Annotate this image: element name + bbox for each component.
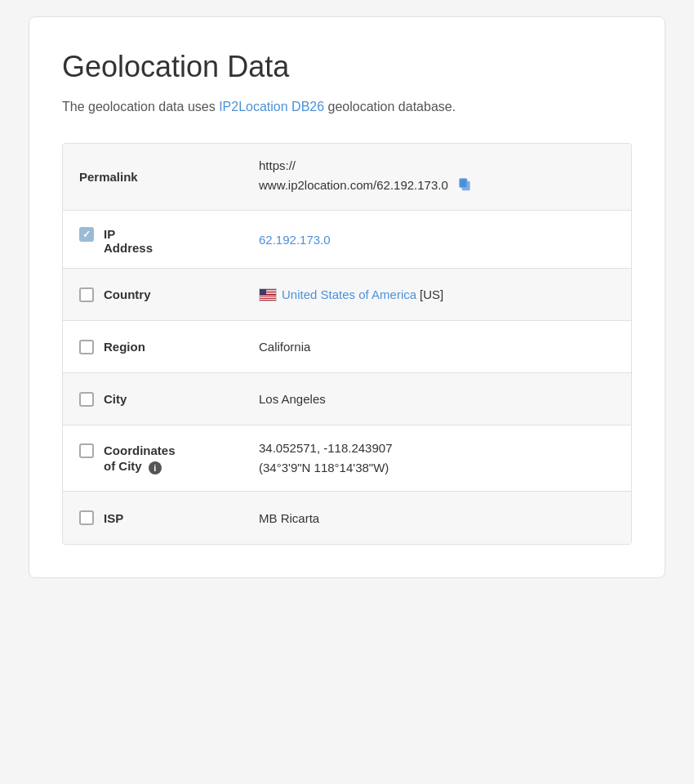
table-row: ISP MB Ricarta — [63, 492, 631, 544]
country-label-cell: Country — [63, 274, 242, 315]
copy-icon[interactable] — [456, 176, 473, 198]
coordinates-label-line2: of City i — [104, 459, 176, 474]
country-value-cell: United States of America [US] — [242, 274, 631, 314]
coords-decimal: 34.052571, -118.243907 — [259, 439, 615, 458]
coords-label-cell: Coordinates of City i — [63, 429, 242, 487]
ip-label-cell: IP Address — [63, 211, 242, 268]
us-flag-icon — [259, 288, 277, 301]
description-prefix: The geolocation data uses — [62, 100, 219, 114]
city-label-cell: City — [63, 379, 242, 420]
table-row: Permalink https:// www.ip2location.com/6… — [63, 144, 631, 211]
permalink-line2: www.ip2location.com/62.192.173.0 — [259, 178, 448, 192]
isp-checkbox[interactable] — [79, 510, 94, 525]
region-value-cell: California — [242, 327, 631, 367]
permalink-label-cell: Permalink — [63, 157, 242, 197]
permalink-value: https:// www.ip2location.com/62.192.173.… — [259, 157, 615, 197]
coords-value-cell: 34.052571, -118.243907 (34°3'9"N 118°14'… — [242, 425, 631, 491]
permalink-line1: https:// — [259, 158, 296, 172]
ip-label-line1: IP — [104, 227, 153, 241]
region-checkbox[interactable] — [79, 340, 94, 354]
svg-rect-3 — [460, 179, 466, 187]
ip-label-line2: Address — [104, 241, 153, 255]
isp-value-cell: MB Ricarta — [242, 498, 631, 538]
region-label-cell: Region — [63, 327, 242, 368]
ip-address-checkbox[interactable] — [79, 227, 94, 242]
city-checkbox[interactable] — [79, 392, 94, 407]
country-code: [US] — [420, 287, 443, 301]
table-row: Region California — [63, 321, 631, 373]
geolocation-table: Permalink https:// www.ip2location.com/6… — [62, 143, 632, 545]
city-label: City — [104, 392, 127, 406]
coordinates-label-line1: Coordinates — [104, 443, 176, 457]
isp-label: ISP — [104, 511, 123, 525]
ip-value-cell: 62.192.173.0 — [242, 220, 631, 260]
coordinates-label-block: Coordinates of City i — [104, 443, 176, 474]
isp-value: MB Ricarta — [259, 511, 319, 525]
table-row: Country United States of America [US] — [63, 269, 631, 321]
region-value: California — [259, 340, 310, 354]
city-value: Los Angeles — [259, 392, 326, 406]
ip2location-link[interactable]: IP2Location DB26 — [219, 100, 324, 114]
city-value-cell: Los Angeles — [242, 379, 631, 419]
coordinates-info-icon[interactable]: i — [149, 461, 162, 474]
country-checkbox[interactable] — [79, 287, 94, 302]
coordinates-checkbox[interactable] — [79, 443, 94, 458]
region-label: Region — [104, 340, 145, 354]
table-row: City Los Angeles — [63, 373, 631, 425]
ip-address-link[interactable]: 62.192.173.0 — [259, 233, 331, 247]
ip-address-label-block: IP Address — [104, 227, 153, 255]
country-label: Country — [104, 287, 151, 301]
table-row: IP Address 62.192.173.0 — [63, 211, 631, 269]
geolocation-card: Geolocation Data The geolocation data us… — [29, 16, 665, 578]
table-row: Coordinates of City i 34.052571, -118.24… — [63, 425, 631, 492]
permalink-label: Permalink — [79, 170, 138, 184]
permalink-value-cell: https:// www.ip2location.com/62.192.173.… — [242, 144, 631, 210]
page-title: Geolocation Data — [62, 50, 632, 84]
country-name-link[interactable]: United States of America — [282, 287, 416, 301]
description: The geolocation data uses IP2Location DB… — [62, 97, 632, 117]
isp-label-cell: ISP — [63, 497, 242, 538]
coords-dms: (34°3'9"N 118°14'38"W) — [259, 458, 615, 478]
description-suffix: geolocation database. — [324, 100, 456, 114]
